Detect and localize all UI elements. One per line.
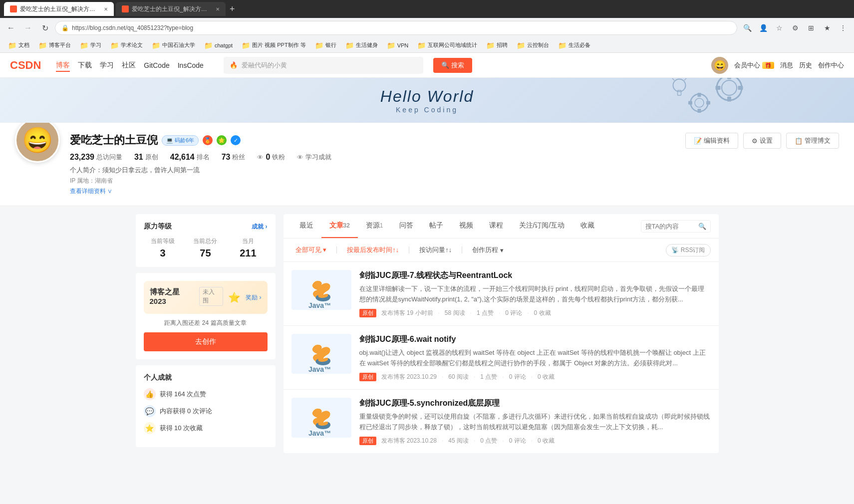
encourage-link[interactable]: 奖励 › [246,293,261,302]
bookmark-univ[interactable]: 📁 中国石油大学 [148,40,199,51]
tab-recent[interactable]: 最近 [291,214,321,238]
article-title-2[interactable]: 剑指JUC原理-6.wait notify [359,334,711,345]
settings-button[interactable]: ⚙ [788,21,802,35]
gap-text: 距离入围还差 24 篇高质量文章 [144,319,268,327]
csdn-logo[interactable]: CSDN [10,59,41,72]
bookmark-docs-label: 文档 [18,41,29,49]
star-button[interactable]: ☆ [772,21,786,35]
user-avatar[interactable]: 😄 [711,57,728,74]
in-blog-search-icon[interactable]: 🔍 [698,223,706,230]
article-title-1[interactable]: 剑指JUC原理-7.线程状态与ReentrantLock [359,270,711,281]
create-button[interactable]: 去创作 [144,332,268,351]
tab-resources[interactable]: 资源1 [358,214,391,238]
more-button[interactable]: ⋮ [836,21,850,35]
bookmark-blog[interactable]: 📁 博客平台 [34,40,75,51]
filter-by-time[interactable]: 按最后发布时间↑↓ [343,244,403,256]
in-blog-search-input[interactable] [645,223,695,230]
bookmark-button[interactable]: ★ [820,21,834,35]
tab-qa[interactable]: 问答 [391,214,421,238]
article-item: Java™ 剑指JUC原理-5.synchronized底层原理 重量级锁竞争的… [284,390,719,453]
bookmark-docs[interactable]: 📁 文档 [4,40,33,51]
active-tab[interactable]: 爱吃芝士的土豆倪_解决方案与思... ✕ [4,2,114,16]
reload-button[interactable]: ↻ [38,21,52,35]
tab-collect[interactable]: 收藏 [572,214,602,238]
learning-eye-icon: 👁 [297,154,303,161]
article-info-1: 剑指JUC原理-7.线程状态与ReentrantLock 在这里详细解读一下，说… [359,270,711,317]
bookmark-cloud[interactable]: 📁 云控制台 [513,40,553,51]
filter-history[interactable]: 创作历程 ▾ [468,244,508,256]
active-tab-close[interactable]: ✕ [104,6,108,12]
settings-button[interactable]: ⚙ 设置 [743,133,781,149]
profile-actions: 📝 编辑资料 ⚙ 设置 📋 管理博文 [685,133,839,149]
filter-time-label: 按最后发布时间↑↓ [347,246,399,253]
tab-articles[interactable]: 文章32 [321,214,358,238]
tab-course[interactable]: 课程 [481,214,511,238]
achievement-link[interactable]: 成就 › [252,223,267,231]
tab-posts[interactable]: 帖子 [421,214,451,238]
code-age-text: 码龄6年 [175,137,194,144]
article-title-3[interactable]: 剑指JUC原理-5.synchronized底层原理 [359,398,711,409]
stat-learning[interactable]: 👁 学习成就 [297,153,331,162]
bookmark-study[interactable]: 📁 学习 [76,40,105,51]
history-link[interactable]: 历史 [799,61,812,70]
rss-button[interactable]: 📡 RSS订阅 [666,244,711,256]
tab-articles-count: 32 [343,222,350,229]
profile-detail-link[interactable]: 查看详细资料 ∨ [70,187,675,196]
vip-link[interactable]: 会员中心 🎁 [734,61,774,70]
search-box[interactable]: 🔥 爱融代码的小黄 [224,57,423,74]
bookmark-paper[interactable]: 📁 学术论文 [106,40,147,51]
bookmark-bank[interactable]: 📁 银行 [311,40,340,51]
stat-original: 31 原创 [134,153,158,162]
messages-link[interactable]: 消息 [780,61,793,70]
profile-button[interactable]: 👤 [756,21,770,35]
nav-community[interactable]: 社区 [122,59,136,72]
article-badge-3: 原创 [359,437,376,445]
article-meta-1: 原创 发布博客 19 小时前 · 58 阅读 · 1 点赞 · 0 评论 · 0… [359,309,711,317]
filter-by-views[interactable]: 按访问量↑↓ [415,244,456,256]
blog-star-card: 博客之星 2023 未入围 ⭐ 奖励 › 距离入围还差 24 篇高质量文章 去创… [136,273,276,359]
bookmark-life[interactable]: 📁 生活必备 [554,40,594,51]
filter-all-visible[interactable]: 全部可见 ▾ [291,244,331,256]
bookmark-media[interactable]: 📁 图片 视频 PPT制作 等 [238,40,310,51]
new-tab-button[interactable]: + [230,4,235,14]
folder-icon: 📁 [204,41,213,49]
nav-inscode[interactable]: InsCode [178,59,204,71]
eye-icon: 👁 [257,154,264,161]
bookmark-jobs[interactable]: 📁 招聘 [482,40,512,51]
bookmark-internet[interactable]: 📁 互联网公司地域统计 [413,40,481,51]
zoom-button[interactable]: 🔍 [740,21,754,35]
folder-icon: 📁 [8,41,16,49]
in-blog-search[interactable]: 🔍 [641,220,711,233]
svg-point-12 [673,79,686,92]
settings-label: 设置 [760,136,773,145]
edit-label: 编辑资料 [704,136,730,145]
bookmark-univ-label: 中国石油大学 [162,41,195,49]
address-bar[interactable]: 🔒 https://blog.csdn.net/qq_40851232?type… [55,21,737,35]
level-cell-current: 当前等级 3 [144,237,182,259]
manage-blog-button[interactable]: 📋 管理博文 [786,133,839,149]
profile-avatar[interactable]: 😄 [15,118,60,163]
level-month-value: 211 [229,248,267,259]
bookmark-health[interactable]: 📁 生活健身 [341,40,382,51]
forward-button[interactable]: → [21,21,35,35]
search-button[interactable]: 🔍 搜索 [433,58,472,73]
profile-hero: Hello World Keep Coding [0,78,854,123]
bookmark-chatgpt[interactable]: 📁 chatgpt [200,40,237,51]
back-button[interactable]: ← [4,21,18,35]
nav-study[interactable]: 学习 [100,59,114,72]
rank-label: 排名 [197,153,210,162]
filter-divider3 [462,247,462,253]
level-cell-score: 当前总分 75 [186,237,225,259]
tab-video[interactable]: 视频 [451,214,481,238]
nav-gitcode[interactable]: GitCode [144,59,169,71]
create-link[interactable]: 创作中心 [818,61,844,70]
nav-blog[interactable]: 博客 [56,59,70,72]
nav-download[interactable]: 下载 [78,59,92,72]
bookmark-vpn[interactable]: 📁 VPN [383,40,413,51]
tab-follow[interactable]: 关注/订阅/互动 [511,214,573,238]
edit-profile-button[interactable]: 📝 编辑资料 [685,133,738,149]
inactive-tab-close[interactable]: ✕ [216,6,220,12]
inactive-tab[interactable]: 爱吃芝士的土豆倪_解决方案与思... ✕ [116,2,226,16]
split-button[interactable]: ⊞ [804,21,818,35]
svg-rect-8 [698,93,701,97]
